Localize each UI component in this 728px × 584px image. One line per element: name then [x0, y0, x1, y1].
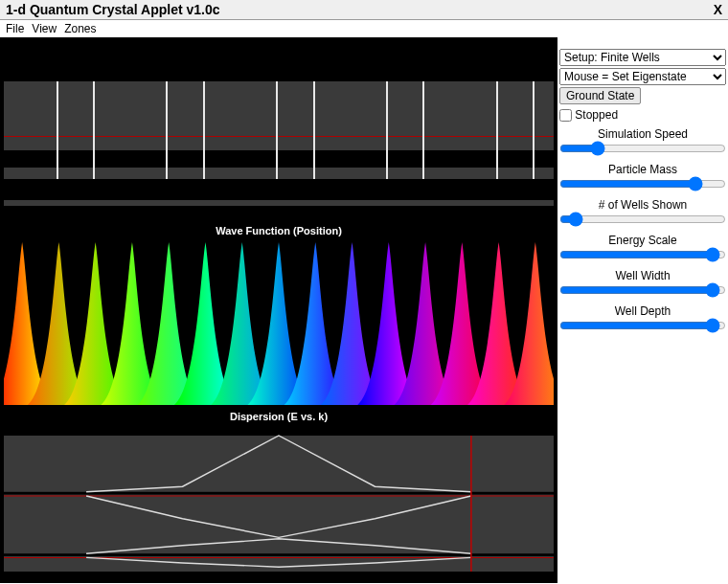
well-wall	[496, 81, 498, 179]
potential-canvas	[4, 45, 554, 217]
ground-state-button[interactable]: Ground State	[559, 87, 641, 104]
well-wall	[93, 81, 95, 179]
well-width-label: Well Width	[559, 269, 726, 282]
dispersion-band	[86, 436, 471, 492]
well-width-slider[interactable]	[559, 282, 726, 298]
stopped-label: Stopped	[575, 108, 618, 122]
menu-bar: File View Zones	[0, 20, 728, 37]
close-icon[interactable]: X	[714, 2, 722, 17]
well-wall	[203, 81, 205, 179]
well-depth-slider[interactable]	[559, 318, 726, 333]
well-wall	[313, 81, 315, 179]
potential-panel[interactable]	[4, 45, 554, 217]
visualization-area: Wave Function (Position)	[0, 37, 557, 583]
well-wall	[166, 81, 168, 179]
energy-scale-slider[interactable]	[559, 247, 726, 262]
wells-shown-slider[interactable]	[559, 212, 726, 227]
energy-scale-label: Energy Scale	[559, 234, 726, 247]
wells-shown-label: # of Wells Shown	[559, 198, 726, 212]
well-wall	[57, 81, 58, 179]
well-wall	[386, 81, 388, 179]
app-title: 1-d Quantum Crystal Applet v1.0c	[6, 2, 220, 17]
setup-select[interactable]: Setup: Finite Wells	[559, 49, 726, 66]
title-bar: 1-d Quantum Crystal Applet v1.0c X	[0, 0, 728, 20]
dispersion-canvas	[4, 424, 554, 577]
well-wall	[276, 81, 278, 179]
dispersion-band	[86, 496, 471, 537]
side-panel: Setup: Finite Wells Mouse = Set Eigensta…	[557, 37, 728, 583]
sim-speed-label: Simulation Speed	[559, 127, 726, 141]
mass-slider[interactable]	[559, 176, 726, 191]
menu-zones[interactable]: Zones	[62, 22, 98, 35]
dispersion-panel[interactable]	[4, 424, 554, 577]
wave-function-panel[interactable]	[4, 238, 554, 405]
mass-label: Particle Mass	[559, 163, 726, 176]
wave-function-canvas	[4, 238, 554, 405]
menu-view[interactable]: View	[30, 22, 58, 35]
wave-function-label: Wave Function (Position)	[0, 225, 557, 236]
sim-speed-slider[interactable]	[559, 141, 726, 156]
dispersion-label: Dispersion (E vs. k)	[0, 411, 557, 422]
well-depth-label: Well Depth	[559, 304, 726, 318]
eigen-energy-line	[4, 136, 554, 137]
well-wall	[533, 81, 535, 179]
dispersion-band	[86, 539, 471, 553]
stopped-checkbox[interactable]	[559, 109, 572, 122]
well-wall	[422, 81, 424, 179]
menu-file[interactable]: File	[4, 22, 26, 35]
mouse-mode-select[interactable]: Mouse = Set Eigenstate	[559, 68, 726, 85]
dispersion-band	[86, 557, 471, 567]
